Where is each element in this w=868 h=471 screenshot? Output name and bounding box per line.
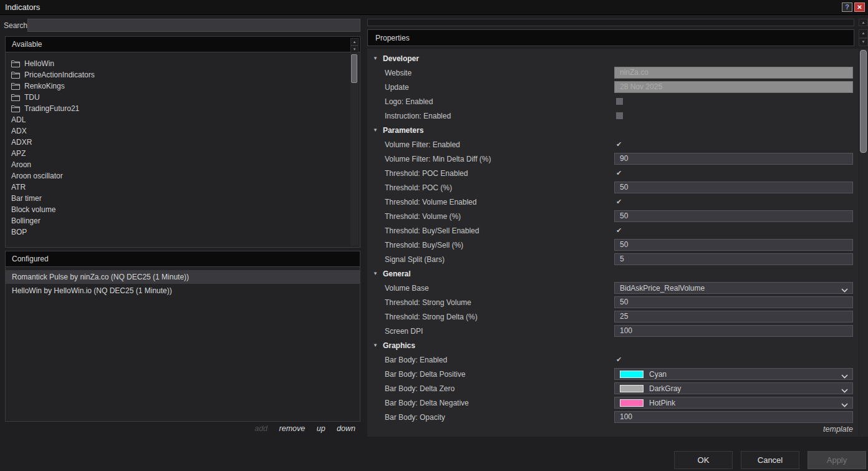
available-indicator-item[interactable]: APZ: [6, 148, 350, 159]
color-dropdown[interactable]: DarkGray: [614, 382, 853, 394]
property-input[interactable]: 5: [614, 253, 853, 265]
property-value: Cyan: [614, 368, 853, 380]
available-indicator-item[interactable]: ADL: [6, 114, 350, 125]
property-value: 100: [614, 325, 853, 337]
section-collapse-icon[interactable]: ▼: [373, 271, 378, 276]
color-swatch: [620, 371, 644, 378]
property-label: Volume Base: [367, 284, 429, 293]
available-indicator-item[interactable]: Aroon: [6, 159, 350, 170]
property-input[interactable]: 100: [614, 411, 853, 423]
available-indicator-item[interactable]: Block volume: [6, 204, 350, 215]
scroll-up-icon[interactable]: ▲: [859, 29, 868, 38]
checkbox-checked-icon[interactable]: ✔: [616, 169, 622, 177]
section-title: Graphics: [383, 341, 415, 350]
available-list: HelloWinPriceActionIndicatorsRenkoKingsT…: [6, 53, 350, 247]
properties-scrollbar[interactable]: [859, 49, 868, 437]
remove-link[interactable]: remove: [279, 424, 306, 433]
color-name: HotPink: [649, 399, 675, 407]
property-section-header[interactable]: ▼General: [367, 266, 859, 281]
property-input[interactable]: 100: [614, 325, 853, 337]
configured-item[interactable]: HelloWin by HelloWin.io (NQ DEC25 (1 Min…: [6, 284, 360, 298]
property-section-header[interactable]: ▼Parameters: [367, 123, 859, 137]
property-row: Threshold: POC (%)50: [367, 180, 859, 195]
property-label: Instruction: Enabled: [367, 112, 451, 120]
folder-icon: [11, 94, 20, 101]
available-panel: Available ▲ ▼ HelloWinPriceActionIndicat…: [5, 36, 360, 248]
property-input[interactable]: 50: [614, 182, 853, 193]
section-collapse-icon[interactable]: ▼: [373, 56, 378, 61]
property-value: [614, 95, 853, 107]
properties-scrollbar-thumb[interactable]: [860, 50, 867, 153]
property-value: ✔: [614, 225, 853, 236]
available-folder-item[interactable]: TradingFuturo21: [6, 103, 350, 114]
chevron-down-icon: [841, 401, 848, 409]
available-indicator-item[interactable]: ADXR: [6, 137, 350, 148]
search-input[interactable]: [27, 19, 360, 32]
property-value: HotPink: [614, 397, 853, 409]
available-folder-item[interactable]: HelloWin: [6, 58, 350, 69]
available-indicator-label: ATR: [11, 183, 26, 192]
property-row: Volume BaseBidAskPrice_RealVolume: [367, 281, 859, 295]
folder-icon: [11, 60, 20, 67]
available-indicator-label: Aroon oscillator: [11, 172, 63, 180]
available-scrollbar[interactable]: [350, 54, 359, 246]
checkbox-checked-icon[interactable]: ✔: [616, 198, 622, 206]
up-link[interactable]: up: [317, 424, 326, 433]
property-label: Threshold: Buy/Sell Enabled: [367, 226, 479, 235]
available-indicator-label: Bar timer: [11, 194, 42, 203]
property-value: ✔: [614, 196, 853, 208]
property-input[interactable]: 50: [614, 296, 853, 308]
available-folder-item[interactable]: TDU: [6, 92, 350, 103]
property-label: Threshold: POC Enabled: [367, 169, 468, 178]
available-folder-label: TradingFuturo21: [24, 104, 79, 113]
available-indicator-item[interactable]: Bollinger: [6, 215, 350, 226]
property-label: Threshold: Strong Volume: [367, 298, 471, 307]
color-dropdown[interactable]: HotPink: [614, 397, 853, 409]
property-input[interactable]: 90: [614, 153, 853, 165]
checkbox-checked-icon[interactable]: ✔: [616, 226, 622, 235]
property-label: Signal Split (Bars): [367, 255, 445, 264]
section-title: Developer: [383, 54, 419, 63]
property-row: Bar Body: Opacity100: [367, 410, 859, 424]
property-section-header[interactable]: ▼Developer: [367, 51, 859, 66]
help-icon[interactable]: ?: [842, 2, 852, 12]
available-folder-label: HelloWin: [24, 59, 54, 68]
available-indicator-item[interactable]: ATR: [6, 182, 350, 193]
property-row: Threshold: POC Enabled✔: [367, 166, 859, 180]
property-input[interactable]: 25: [614, 311, 853, 323]
property-dropdown[interactable]: BidAskPrice_RealVolume: [614, 282, 853, 294]
available-indicator-item[interactable]: BOP: [6, 226, 350, 238]
property-input[interactable]: 50: [614, 210, 853, 222]
property-row: Volume Filter: Min Delta Diff (%)90: [367, 152, 859, 166]
apply-button: Apply: [808, 451, 866, 469]
available-indicator-item[interactable]: Bar timer: [6, 193, 350, 204]
cancel-button[interactable]: Cancel: [741, 451, 799, 469]
scroll-down-icon[interactable]: ▼: [350, 46, 359, 53]
checkbox-checked-icon[interactable]: ✔: [616, 140, 622, 148]
color-dropdown[interactable]: Cyan: [614, 368, 853, 380]
scroll-up-icon[interactable]: ▲: [859, 19, 868, 26]
scroll-down-icon[interactable]: ▼: [859, 38, 868, 47]
folder-icon: [11, 71, 20, 79]
property-row: Instruction: Enabled: [367, 109, 859, 123]
configured-item[interactable]: Romantick Pulse by ninZa.co (NQ DEC25 (1…: [6, 270, 360, 284]
section-collapse-icon[interactable]: ▼: [373, 342, 378, 348]
available-scrollbar-thumb[interactable]: [351, 54, 357, 83]
property-label: Screen DPI: [367, 327, 423, 336]
property-value: DarkGray: [614, 382, 853, 394]
available-indicator-item[interactable]: ADX: [6, 125, 350, 137]
property-value: 50: [614, 296, 853, 308]
property-input[interactable]: 50: [614, 239, 853, 251]
available-folder-item[interactable]: RenkoKings: [6, 80, 350, 92]
close-icon[interactable]: ✕: [854, 2, 865, 12]
down-link[interactable]: down: [337, 424, 355, 433]
ok-button[interactable]: OK: [674, 451, 733, 469]
section-collapse-icon[interactable]: ▼: [373, 127, 378, 133]
property-section-header[interactable]: ▼Graphics: [367, 338, 859, 352]
template-link[interactable]: template: [367, 425, 853, 434]
property-label: Update: [367, 83, 409, 92]
available-folder-item[interactable]: PriceActionIndicators: [6, 69, 350, 80]
available-indicator-item[interactable]: Aroon oscillator: [6, 170, 350, 182]
scroll-up-icon[interactable]: ▲: [350, 38, 359, 46]
checkbox-checked-icon[interactable]: ✔: [616, 356, 622, 364]
